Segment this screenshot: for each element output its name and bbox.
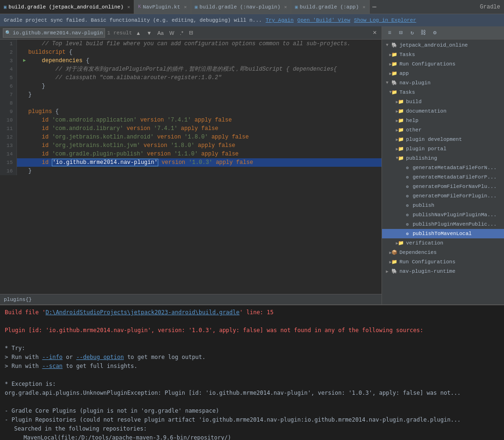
tree-label-runconfigs-navplugin: Run Configurations (399, 259, 455, 265)
tree-label-pom1: generatePomFileForNavPlu... (413, 184, 496, 189)
tree-help-folder[interactable]: ▶ 📁 help (382, 116, 504, 125)
dependencies-icon: 📦 (390, 249, 398, 256)
regex-button[interactable]: .* (178, 29, 185, 37)
tasks-folder-icon: 📁 (390, 51, 398, 58)
open-build-view-link[interactable]: Open 'Build' View (297, 17, 350, 23)
search-prev-button[interactable]: ▲ (134, 29, 143, 37)
search-box[interactable]: 🔍 io.github.mrme2014.nav-plugin (3, 28, 105, 38)
link-button[interactable]: ⛓ (419, 28, 428, 38)
tree-root-navplugin-runtime[interactable]: ▶ 🐘 nav-plugin-runtime (382, 267, 504, 276)
verification-folder-icon: 📁 (397, 239, 405, 247)
tab-build-gradle-app[interactable]: ▣ build.gradle (:app) ✕ (291, 0, 369, 14)
tab-close-1[interactable]: ✕ (184, 4, 187, 10)
refresh-button[interactable]: ↻ (407, 28, 417, 38)
tree-task-publishtomavenlocal[interactable]: ⚙ publishToMavenLocal (382, 229, 504, 238)
match-case-button[interactable]: Aa (155, 29, 165, 37)
docs-folder-icon: 📁 (397, 107, 405, 115)
tree-runconfigs-jetpack[interactable]: ▶ 📁 Run Configurations (382, 59, 504, 69)
tree-tasks-navplugin[interactable]: ▼ 📁 Tasks (382, 88, 504, 97)
build-try-header: * Try: (5, 344, 499, 352)
tree-root-jetpack[interactable]: ▼ 🐘 jetpack_android_online (382, 41, 504, 50)
build-line-file: Build file 'D:\AndroidStudioProjects\jet… (5, 308, 499, 317)
tree-label-documentation: documentation (406, 108, 447, 114)
task-icon-pom1: ⚙ (404, 183, 411, 190)
filter-results-button[interactable]: ⊟ (187, 29, 195, 37)
settings-button[interactable]: ⚙ (430, 28, 439, 38)
gradle-file-icon2: ▣ (195, 4, 198, 10)
expand-icon-jetpack: ▼ (384, 43, 390, 48)
tab-navplugin-kt[interactable]: K NavPlugin.kt ✕ (134, 0, 191, 14)
build-plugin-error: Plugin [id: 'io.github.mrme2014.nav-plug… (5, 326, 499, 334)
tree-task-pom2[interactable]: ⚙ generatePomFileForPlugin... (382, 191, 504, 201)
tree-label-plugin-dev: plugin development (406, 137, 462, 142)
task-icon-publish: ⚙ (404, 202, 411, 209)
search-term: io.github.mrme2014.nav-plugin (13, 30, 103, 36)
tree-tasks-jetpack[interactable]: ▶ 📁 Tasks (382, 50, 504, 59)
tree-build-folder[interactable]: ▶ 📁 build (382, 97, 504, 106)
tree-label-jetpack: jetpack_android_online (399, 42, 468, 48)
tab-build-gradle-jetpack[interactable]: ▣ build.gradle (jetpack_android_online) … (0, 0, 134, 14)
build-maven-local: MavenLocal(file:/D:/tools/apache-maven-3… (5, 433, 499, 440)
tab-build-gradle-nav[interactable]: ▣ build.gradle (:nav-plugin) ✕ (191, 0, 292, 14)
publishing-folder-icon: 📁 (397, 155, 405, 162)
tree-label-publishplugin: publishPluginMavenPublic... (413, 221, 496, 227)
tree-label-publishtomavenlocal: publishToMavenLocal (413, 231, 471, 236)
tree-task-publishnav[interactable]: ⚙ publishNavPluginPluginMa... (382, 210, 504, 220)
info-link[interactable]: --info (42, 354, 62, 360)
tree-verification-folder[interactable]: ▶ 📁 verification (382, 238, 504, 248)
code-line-8: 8 (0, 99, 382, 107)
whole-word-button[interactable]: W (168, 29, 176, 37)
code-line-4: 4 // 对于没有发布到gradlePluginPortal的插件，暂时沿用老的… (0, 65, 382, 73)
debug-link[interactable]: --debug option (76, 354, 124, 360)
code-line-15: 15 id 'io.github.mrme2014.nav-plugin' ve… (0, 158, 382, 167)
build-file-link[interactable]: D:\AndroidStudioProjects\jetpack2023-and… (46, 309, 240, 316)
show-log-link[interactable]: Show Log in Explorer (354, 17, 416, 23)
tree-label-generate2: generateMetadataFileForP... (413, 174, 496, 180)
tree-documentation-folder[interactable]: ▶ 📁 documentation (382, 106, 504, 116)
tree-task-pom1[interactable]: ⚙ generatePomFileForNavPlu... (382, 182, 504, 191)
build-output-content: Build file 'D:\AndroidStudioProjects\jet… (0, 305, 504, 440)
tree-dependencies[interactable]: ▶ 📦 Dependencies (382, 248, 504, 257)
tree-task-publish[interactable]: ⚙ publish (382, 201, 504, 210)
code-line-10: 10 id 'com.android.application' version … (0, 116, 382, 124)
code-line-11: 11 id 'com.android.library' version '7.4… (0, 124, 382, 133)
tree-runconfigs-navplugin[interactable]: ▶ 📁 Run Configurations (382, 257, 504, 267)
build-exception-text: org.gradle.api.plugins.UnknownPluginExce… (5, 389, 499, 397)
run-gutter-icon[interactable]: ▶ (23, 57, 26, 65)
tab-close-2[interactable]: ✕ (284, 4, 287, 10)
collapse-all-button[interactable]: ⊟ (396, 28, 406, 38)
scan-link[interactable]: --scan (42, 363, 62, 369)
tab-close-0[interactable]: ✕ (127, 4, 130, 10)
task-icon-publishnav: ⚙ (404, 211, 411, 219)
search-next-button[interactable]: ▼ (145, 29, 154, 37)
build-folder-icon: 📁 (397, 98, 405, 106)
tree-plugin-dev-folder[interactable]: ▶ 📁 plugin development (382, 135, 504, 144)
tree-publishing-folder[interactable]: ▼ 📁 publishing (382, 154, 504, 163)
try-again-link[interactable]: Try Again (266, 17, 293, 23)
tab-close-3[interactable]: ✕ (363, 4, 366, 10)
tree-other-folder[interactable]: ▶ 📁 other (382, 125, 504, 135)
tree-plugin-portal-folder[interactable]: ▶ 📁 plugin portal (382, 144, 504, 154)
build-exception-header: * Exception is: (5, 380, 499, 388)
tree-task-publishplugin[interactable]: ⚙ publishPluginMavenPublic... (382, 220, 504, 229)
search-icon: 🔍 (5, 30, 11, 36)
code-line-13: 13 id 'org.jetbrains.kotlin.jvm' version… (0, 141, 382, 150)
editor-toolbar: 🔍 io.github.mrme2014.nav-plugin 1 result… (0, 26, 382, 40)
build-searched-repos: Searched in the following repositories: (5, 424, 499, 433)
gradle-file-icon: ▣ (4, 4, 7, 10)
tree-task-generate1[interactable]: ⚙ generateMetadataFileForN... (382, 163, 504, 172)
code-editor[interactable]: 1 // Top level build file where you can … (0, 40, 382, 294)
tree-task-generate2[interactable]: ⚙ generateMetadataFileForP... (382, 172, 504, 182)
tree-root-navplugin[interactable]: ▼ 🐘 nav-plugin (382, 78, 504, 88)
task-icon-publishplugin: ⚙ (404, 220, 411, 228)
code-line-6: 6 } (0, 82, 382, 90)
notification-bar: Gradle project sync failed. Basic functi… (0, 14, 504, 26)
more-tabs-button[interactable]: ⋯ (370, 3, 379, 11)
editor-status-bar: plugins{} (0, 294, 382, 304)
expand-all-button[interactable]: ≡ (385, 28, 394, 38)
tree-label-tasks: Tasks (399, 52, 415, 57)
tree-app[interactable]: ▶ 📁 app (382, 69, 504, 78)
close-search-button[interactable]: ✕ (371, 29, 379, 37)
task-icon-pom2: ⚙ (404, 192, 411, 200)
plugin-dev-icon: 📁 (397, 136, 405, 143)
